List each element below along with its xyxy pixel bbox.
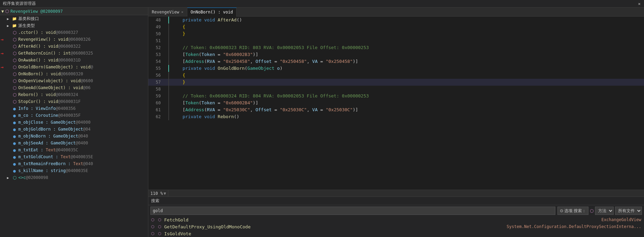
tree-label-addr: @0600 — [81, 78, 93, 83]
code-area[interactable]: 48 private void AfterAd() 49 { 50 } — [148, 17, 644, 190]
tree-label-addr: @06000326 — [68, 37, 91, 42]
tree-label: OnNoBorn() : void — [18, 72, 61, 76]
right-panel: RevengeView ✕ OnNoBorn() : void 48 priva… — [148, 8, 644, 237]
field-icon: ● — [12, 168, 17, 173]
scroll-bar-row: 110 % ▼ — [148, 190, 644, 197]
result-sub-icon: ⬡ — [158, 225, 161, 229]
tree-item-m-objclose[interactable]: ● m_objClose : GameObject @04000 — [0, 119, 148, 126]
line-gutter — [165, 72, 169, 79]
tree-item-onawake[interactable]: ⬡ OnAwake() : void @0600031D — [0, 57, 148, 64]
tab-onnoborn[interactable]: OnNoBorn() : void — [187, 8, 237, 17]
tab-close-icon[interactable]: ✕ — [181, 10, 183, 14]
red-arrow-icon: → — [1, 37, 3, 42]
code-line-59: 59 // Token: 0x06000324 RID: 804 RVA: 0x… — [148, 93, 644, 99]
code-line-56: 56 { — [148, 72, 644, 79]
code-line-53: 53 [Token(Token = "0x60002B3")] — [148, 51, 644, 58]
method-icon: ⬡ — [12, 37, 17, 42]
tree-label-addr: @0400356 — [56, 106, 76, 111]
tree-item-stopcor[interactable]: ⬡ StopCor() : void @0600031F — [0, 98, 148, 105]
line-gutter — [165, 30, 169, 37]
result-sub-icon: ⬡ — [158, 231, 161, 236]
tree-item-revengeview-ctor[interactable]: → ⬡ RevengeView() : void @06000326 — [0, 36, 148, 43]
tree-item-info[interactable]: ● Info : ViewInfo @0400356 — [0, 105, 148, 112]
field-icon: ● — [12, 113, 17, 118]
line-number: 58 — [148, 86, 165, 93]
tab-label: OnNoBorn() : void — [191, 10, 233, 15]
tree-label: m_objGoldBorn : GameObject — [18, 127, 83, 132]
tree-label: Reborn() : void — [18, 92, 56, 97]
tree-item-m-txteat[interactable]: ● m_txtEat : Text @0400035C — [0, 146, 148, 153]
tree-item-getreborncoin[interactable]: → ⬡ GetRebornCoin() : int @06000325 — [0, 50, 148, 57]
search-row: ⊙ 选项 搜索： ⬡ 方法 所有文件 — [148, 205, 644, 216]
code-content: // Token: 0x06000324 RID: 804 RVA: 0x000… — [172, 93, 369, 99]
tree-label: OnSeeAd(GameObject) : void — [18, 85, 83, 90]
line-gutter — [165, 51, 169, 58]
tree-item-anon-class[interactable]: ▶ ⬡ <>c @02000098 — [0, 174, 148, 181]
tab-label: RevengeView — [152, 10, 179, 15]
tree-item-cctor[interactable]: ⬡ .cctor() : void @06000327 — [0, 29, 148, 36]
method-icon: ⬡ — [12, 99, 17, 104]
search-results[interactable]: ⬡ ⬡ FetchGold ExchangeGoldView ⬡ ⬡ GetDe… — [148, 216, 644, 237]
code-content: [Token(Token = "0x60002B4")] — [172, 99, 258, 106]
tree-item-base-classes[interactable]: ▶ 📁 基类和接口 — [0, 15, 148, 22]
tree-item-s-killname[interactable]: ● s_killName : string @0400035E — [0, 167, 148, 174]
code-content — [172, 37, 175, 44]
tree-item-ongoldborn[interactable]: → ⬡ OnGoldBorn(GameObject) : void @ — [0, 64, 148, 70]
search-result-fetchgold[interactable]: ⬡ ⬡ FetchGold ExchangeGoldView — [148, 216, 644, 223]
tree-label-addr: @0400035E — [66, 168, 88, 173]
line-number: 62 — [148, 113, 165, 120]
close-icon[interactable]: ✕ — [636, 1, 643, 6]
code-line-48: 48 private void AfterAd() — [148, 17, 644, 23]
search-result-isgoldvote[interactable]: ⬡ ⬡ IsGoldVote — [148, 230, 644, 237]
options-button[interactable]: ⊙ 选项 搜索： — [557, 207, 588, 215]
folder-arrow-icon: ▶ — [7, 24, 12, 28]
tree-item-onopenview[interactable]: ⬡ OnOpenView(object) : void @0600 — [0, 77, 148, 84]
tree-label: m_txtRemainFreeBorn : Text — [18, 161, 83, 166]
tree-label-addr: @0400035F — [58, 113, 81, 118]
class-icon: ⬡ — [12, 175, 17, 180]
tree-item-m-objnoborn[interactable]: ● m_objNoBorn : GameObject @040 — [0, 133, 148, 140]
tree-item-m-txtgoldcount[interactable]: ● m_txtGoldCount : Text @0400035E — [0, 153, 148, 160]
line-number: 49 — [148, 23, 165, 30]
tree-item-m-co[interactable]: ● m_co : Coroutine @0400035F — [0, 112, 148, 119]
code-content: { — [172, 23, 185, 30]
tree-item-derived[interactable]: ▶ 📁 派生类型 — [0, 22, 148, 29]
result-label: IsGoldVote — [164, 231, 191, 236]
line-gutter — [165, 17, 169, 23]
line-number: 54 — [148, 58, 165, 65]
zoom-dropdown-icon[interactable]: ▼ — [164, 191, 166, 196]
field-icon: ● — [12, 126, 17, 132]
tree-label: 基类和接口 — [18, 16, 39, 22]
result-label: FetchGold — [164, 217, 188, 222]
tree-item-afterad[interactable]: ⬡ AfterAd() : void @06000322 — [0, 43, 148, 50]
code-content: [Token(Token = "0x60002B3")] — [172, 51, 258, 58]
line-number: 60 — [148, 99, 165, 106]
tree-item-m-objseead[interactable]: ● m_objSeeAd : GameObject @0400 — [0, 140, 148, 146]
search-input[interactable] — [150, 207, 555, 215]
title-bar-text: 程序集资源管理器 — [0, 1, 39, 7]
code-content: private void OnGoldBorn(GameObject o) — [172, 65, 283, 72]
method-icon-search: ⬡ — [590, 208, 594, 214]
tab-revengeview[interactable]: RevengeView ✕ — [148, 8, 187, 17]
code-line-52: 52 // Token: 0x06000323 RID: 803 RVA: 0x… — [148, 44, 644, 51]
tree-item-m-objgoldborn[interactable]: ● m_objGoldBorn : GameObject @04 — [0, 126, 148, 133]
tree-label: m_co : Coroutine — [18, 113, 58, 118]
search-scope-dropdown[interactable]: 方法 — [595, 207, 614, 215]
tree-item-onseead[interactable]: ⬡ OnSeeAd(GameObject) : void @06 — [0, 84, 148, 91]
code-content: private void AfterAd() — [172, 17, 242, 23]
search-files-dropdown[interactable]: 所有文件 — [615, 207, 642, 215]
tree-item-reborn[interactable]: ⬡ Reborn() : void @06000324 — [0, 91, 148, 98]
tree-label: OnGoldBorn(GameObject) : void — [18, 65, 91, 69]
tree-item-onnoborn[interactable]: ⬡ OnNoBorn() : void @06000320 — [0, 70, 148, 77]
tree-item-m-txtremain[interactable]: ● m_txtRemainFreeBorn : Text @040 — [0, 160, 148, 167]
code-line-54: 54 [Address(RVA = "0x250458", Offset = "… — [148, 58, 644, 65]
search-result-getdefaultproxy[interactable]: ⬡ ⬡ GetDefaultProxy_UsingOldMonoCode Sys… — [148, 223, 644, 230]
line-number: 59 — [148, 93, 165, 99]
horizontal-scrollbar[interactable] — [170, 192, 643, 195]
code-content: [Address(RVA = "0x250458", Offset = "0x2… — [172, 58, 358, 65]
tree-label: .cctor() : void — [18, 30, 56, 35]
method-icon: ⬡ — [12, 92, 17, 97]
left-panel: ▼ ⬡ RevengeView @02000097 ▶ 📁 基类和接口 ▶ 📁 … — [0, 8, 148, 237]
tree-label-addr: @040 — [83, 161, 93, 166]
tree-scroll[interactable]: ▶ 📁 基类和接口 ▶ 📁 派生类型 ⬡ .cctor() : void @06… — [0, 15, 148, 237]
